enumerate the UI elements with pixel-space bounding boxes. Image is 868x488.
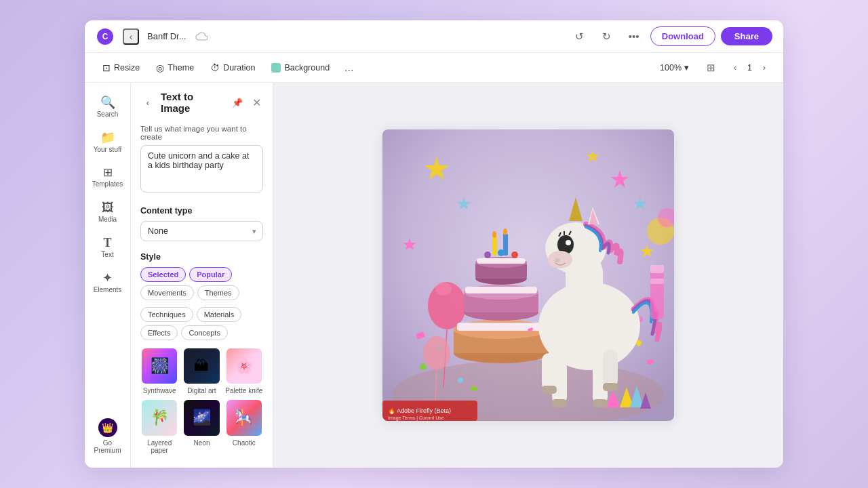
layered-paper-preview: 🎋 [142, 400, 177, 435]
main-content: 🔍 Search 📁 Your stuff ⊞ Templates 🖼 Medi… [85, 83, 783, 468]
style-card-palette-knife[interactable]: 🌸 Palette knife [225, 347, 263, 394]
sidebar-item-your-stuff[interactable]: 📁 Your stuff [88, 126, 127, 159]
style-tag-movements[interactable]: Movements [140, 285, 194, 300]
svg-point-20 [423, 336, 450, 370]
style-card-synthwave[interactable]: 🎆 Synthwave [140, 347, 178, 394]
prompt-section: Tell us what image you want to create [131, 119, 273, 201]
svg-rect-73 [650, 279, 664, 284]
svg-point-42 [458, 378, 463, 383]
sidebar-item-premium[interactable]: 👑 Go Premium [88, 413, 127, 460]
prompt-label: Tell us what image you want to create [140, 125, 263, 141]
background-button[interactable]: Background [264, 60, 336, 76]
style-section: Style Selected Popular Movements Themes … [131, 247, 273, 460]
style-tag-popular[interactable]: Popular [189, 267, 232, 282]
svg-rect-38 [503, 234, 508, 256]
svg-point-36 [511, 251, 518, 258]
cloud-save-icon [195, 30, 208, 43]
templates-icon: ⊞ [103, 167, 113, 178]
svg-rect-29 [465, 287, 537, 293]
content-type-select[interactable]: None Photo Illustration Vector [140, 221, 263, 241]
svg-point-39 [492, 231, 496, 238]
style-tags-row-1: Selected Popular Movements Themes [140, 267, 263, 300]
style-card-img-layered-paper: 🎋 [140, 399, 178, 436]
page-navigation: ‹ 1 › [727, 60, 772, 76]
resize-button[interactable]: ⊡ Resize [96, 59, 146, 77]
next-page-button[interactable]: › [756, 60, 772, 76]
sidebar-item-search[interactable]: 🔍 Search [88, 91, 127, 123]
style-cards-grid: 🎆 Synthwave 🏔 Digital art 🌸 [140, 347, 263, 454]
text-icon: T [103, 237, 111, 249]
generate-section: Generate [131, 460, 273, 468]
back-nav-button[interactable]: ‹ [123, 28, 139, 45]
style-card-img-neon: 🌌 [182, 399, 220, 436]
style-tags-row-2: Techniques Materials Effects Concepts [140, 307, 263, 340]
prev-page-button[interactable]: ‹ [727, 60, 743, 76]
style-tag-concepts[interactable]: Concepts [181, 325, 227, 340]
panel-close-button[interactable]: ✕ [250, 96, 263, 109]
canvas-content: 🔥 Adobe Firefly (Beta) Image Terms | Com… [382, 129, 674, 421]
style-card-layered-paper[interactable]: 🎋 Layered paper [140, 399, 178, 453]
share-button[interactable]: Share [721, 27, 772, 45]
svg-text:Image Terms | Comml Use: Image Terms | Comml Use [388, 415, 444, 421]
more-options-button[interactable]: ••• [623, 26, 645, 47]
style-tag-techniques[interactable]: Techniques [140, 307, 193, 322]
svg-rect-64 [603, 350, 618, 387]
style-card-img-synthwave: 🎆 [140, 347, 178, 385]
style-card-neon[interactable]: 🌌 Neon [182, 399, 220, 453]
style-tag-selected[interactable]: Selected [140, 267, 186, 282]
duration-button[interactable]: ⏱ Duration [203, 59, 262, 77]
neon-label: Neon [194, 439, 210, 447]
style-section-title: Style [140, 252, 263, 262]
toolbar-more-button[interactable]: ... [339, 58, 359, 77]
sidebar-item-media[interactable]: 🖼 Media [88, 196, 127, 228]
style-card-chaotic[interactable]: 🎠 Chaotic [225, 399, 263, 453]
content-type-wrapper: None Photo Illustration Vector ▾ [140, 221, 263, 241]
svg-rect-72 [650, 265, 664, 273]
panel-back-button[interactable]: ‹ [140, 95, 155, 110]
generated-image: 🔥 Adobe Firefly (Beta) Image Terms | Com… [382, 129, 674, 421]
digital-art-label: Digital art [187, 387, 216, 394]
content-type-section: Content type None Photo Illustration Vec… [131, 201, 273, 247]
style-tag-themes[interactable]: Themes [197, 285, 239, 300]
sidebar-item-templates[interactable]: ⊞ Templates [88, 161, 127, 193]
svg-rect-45 [471, 387, 477, 390]
theme-icon: ◎ [156, 62, 164, 73]
undo-button[interactable]: ↺ [569, 26, 591, 47]
svg-point-18 [435, 282, 452, 296]
svg-rect-37 [492, 237, 497, 256]
zoom-control[interactable]: 100% ▾ [654, 60, 694, 75]
style-card-img-chaotic: 🎠 [225, 399, 263, 436]
sidebar-icons: 🔍 Search 📁 Your stuff ⊞ Templates 🖼 Medi… [85, 83, 131, 468]
chaotic-preview: 🎠 [226, 400, 262, 435]
duration-icon: ⏱ [210, 62, 220, 73]
page-number: 1 [747, 63, 752, 73]
file-name: Banff Dr... [147, 31, 186, 41]
sidebar-item-elements[interactable]: ✦ Elements [88, 266, 127, 299]
panel-pin-button[interactable]: 📌 [231, 96, 244, 109]
svg-rect-68 [603, 383, 618, 391]
svg-point-60 [555, 258, 560, 262]
top-bar-right: ↺ ↻ ••• Download Share [569, 26, 772, 47]
palette-knife-label: Palette knife [225, 387, 262, 394]
synthwave-preview: 🎆 [142, 348, 177, 384]
svg-rect-67 [542, 386, 557, 394]
download-button[interactable]: Download [650, 26, 715, 46]
canvas-area: 🔥 Adobe Firefly (Beta) Image Terms | Com… [273, 83, 783, 468]
style-tag-materials[interactable]: Materials [197, 307, 242, 322]
style-tag-effects[interactable]: Effects [140, 325, 178, 340]
panel-header: ‹ Text to Image 📌 ✕ [131, 83, 273, 119]
toolbar: ⊡ Resize ◎ Theme ⏱ Duration Background .… [85, 53, 783, 83]
style-card-digital-art[interactable]: 🏔 Digital art [182, 347, 220, 394]
theme-button[interactable]: ◎ Theme [149, 59, 201, 77]
chaotic-label: Chaotic [233, 439, 256, 447]
grid-view-button[interactable]: ⊞ [700, 57, 722, 79]
svg-point-34 [484, 251, 491, 258]
synthwave-label: Synthwave [143, 387, 176, 394]
media-icon: 🖼 [102, 201, 114, 214]
prompt-textarea[interactable] [140, 145, 263, 192]
search-icon: 🔍 [100, 96, 115, 108]
content-type-label: Content type [140, 206, 263, 216]
redo-button[interactable]: ↻ [596, 26, 618, 47]
toolbar-right: 100% ▾ ⊞ ‹ 1 › [654, 57, 772, 79]
sidebar-item-text[interactable]: T Text [88, 231, 127, 264]
